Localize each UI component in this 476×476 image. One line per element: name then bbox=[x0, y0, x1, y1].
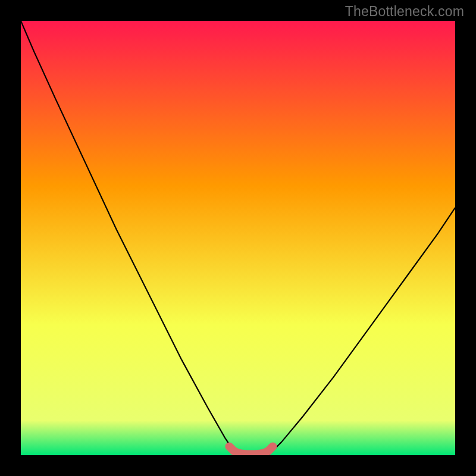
plot-area bbox=[21, 21, 455, 455]
optimal-band bbox=[229, 446, 273, 454]
chart-frame: TheBottleneck.com bbox=[0, 0, 476, 476]
curve-layer bbox=[21, 21, 455, 455]
bottleneck-curve bbox=[21, 21, 455, 455]
watermark-text: TheBottleneck.com bbox=[345, 4, 464, 20]
